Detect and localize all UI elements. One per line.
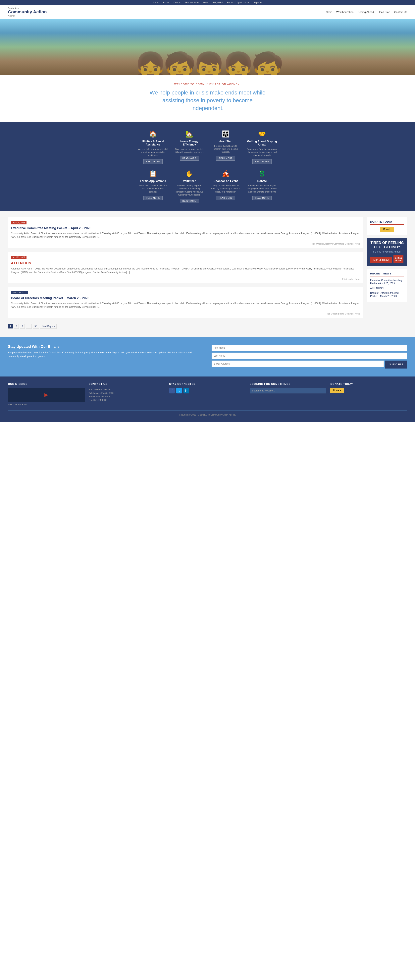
- linkedin-icon[interactable]: in: [183, 388, 189, 393]
- sponsor-read-more[interactable]: READ MORE: [216, 196, 235, 200]
- service-donate: 💲 Donate Sometimes it is easier to just …: [247, 170, 277, 204]
- email-signup-desc: Keep up with the latest news from the Ca…: [8, 351, 204, 358]
- forms-title: Forms/Applications: [138, 180, 169, 183]
- page-2[interactable]: 2: [14, 324, 19, 329]
- service-getting-ahead: 🤝 Getting Ahead Staying Ahead Break away…: [247, 130, 277, 164]
- footer-search-input[interactable]: [250, 388, 326, 393]
- recent-news-link-3[interactable]: Board of Directors Meeting Packet – Marc…: [370, 291, 399, 298]
- sponsor-title: Sponsor An Event: [211, 180, 241, 183]
- service-forms: 📋 Forms/Applications Need help? Want to …: [138, 170, 169, 204]
- news-date-badge-2: April 11, 2023: [11, 256, 27, 259]
- donate-read-more[interactable]: READ MORE: [253, 196, 272, 200]
- head-start-title: Head Start: [211, 140, 241, 143]
- ga-signup-button[interactable]: Sign up today!: [370, 257, 392, 263]
- sponsor-icon: 🎪: [211, 170, 241, 177]
- top-link-espanol[interactable]: Español: [253, 1, 262, 4]
- news-item-2: April 11, 2023 ATTENTION Attention As of…: [8, 252, 363, 283]
- footer-video-thumbnail[interactable]: ▶: [8, 388, 85, 402]
- volunteer-desc: Whether reading to pre-K students or men…: [174, 184, 205, 197]
- footer-grid: OUR MISSION ▶ Welcome to Capital... CONT…: [8, 382, 407, 406]
- head-start-icon: 👨‍👩‍👧: [211, 130, 241, 138]
- head-start-read-more[interactable]: READ MORE: [216, 156, 235, 161]
- ga-line3: It's time for Getting Ahead!: [370, 250, 404, 253]
- news-excerpt-3: Community Action Board of Directors meet…: [11, 302, 360, 309]
- nav-link-getting-ahead[interactable]: Getting Ahead: [358, 11, 374, 14]
- subscribe-button[interactable]: SUBSCRIBE: [385, 361, 407, 369]
- top-link-board[interactable]: Board: [163, 1, 170, 4]
- utilities-icon: 🏠: [138, 130, 169, 138]
- top-link-news[interactable]: News: [203, 1, 208, 4]
- volunteer-read-more[interactable]: READ MORE: [180, 199, 199, 203]
- getting-ahead-read-more[interactable]: READ MORE: [253, 159, 272, 164]
- nav-link-head-start[interactable]: Head Start: [378, 11, 390, 14]
- news-excerpt-1: Community Action Board of Directors meet…: [11, 232, 360, 239]
- play-icon: ▶: [45, 392, 48, 398]
- top-bar: About Board Donate Get Involved News RFQ…: [0, 0, 415, 5]
- top-link-rfq[interactable]: RFQ/RFP: [213, 1, 223, 4]
- getting-ahead-icon: 🤝: [247, 130, 277, 138]
- news-sidebar: DONATE TODAY Donate TIRED OF FEELING LEF…: [367, 217, 407, 331]
- footer-search: LOOKING FOR SOMETHING?: [250, 382, 326, 406]
- email-signup-section: Stay Updated With Our Emails Keep up wit…: [0, 337, 415, 377]
- recent-news-link-1[interactable]: Executive Committee Meeting Packet – Apr…: [370, 279, 402, 285]
- recent-news-link-2[interactable]: ATTENTION: [370, 287, 383, 290]
- home-energy-title: Home Energy Efficiency: [174, 140, 205, 146]
- attention-title: ATTENTION: [11, 261, 360, 265]
- news-title-1[interactable]: Executive Committee Meeting Packet – Apr…: [11, 226, 360, 230]
- footer-contact: CONTACT US 309 Office Plaza Drive Tallah…: [89, 382, 165, 406]
- forms-desc: Need help? Want to work for us? Use thes…: [138, 184, 169, 193]
- page-3[interactable]: 3: [20, 324, 25, 329]
- news-section: April 24, 2023 Executive Committee Meeti…: [0, 211, 415, 337]
- utilities-desc: We can help pay your utility bill or ren…: [138, 148, 169, 157]
- page-next[interactable]: Next Page »: [40, 324, 57, 329]
- nav-link-contact[interactable]: Contact Us: [394, 11, 407, 14]
- sponsor-desc: Help us help those most in need by spons…: [211, 184, 241, 193]
- head-start-desc: Free pre-K child care to children from l…: [211, 145, 241, 154]
- logo[interactable]: Capital Area Community Action Agency: [8, 7, 47, 17]
- news-date-badge-3: March 24, 2023: [11, 291, 28, 294]
- hero-banner: 👧🧒👦👧🧒: [0, 19, 415, 75]
- ga-logo: GettingAhead: [393, 255, 404, 263]
- top-link-donate[interactable]: Donate: [173, 1, 181, 4]
- first-name-field[interactable]: [211, 345, 407, 351]
- email-address-field[interactable]: [211, 361, 384, 367]
- top-link-about[interactable]: About: [153, 1, 159, 4]
- footer-connected-title: STAY CONNECTED: [169, 382, 246, 385]
- services-grid-row1: 🏠 Utilities & Rental Assistance We can h…: [138, 130, 277, 164]
- email-row: SUBSCRIBE: [211, 361, 407, 369]
- service-head-start: 👨‍👩‍👧 Head Start Free pre-K child care t…: [211, 130, 241, 164]
- getting-ahead-desc: Break away from the tyranny of the prese…: [247, 148, 277, 157]
- main-nav-links: Crisis Weatherization Getting Ahead Head…: [326, 11, 407, 14]
- volunteer-icon: ✋: [174, 170, 205, 177]
- forms-read-more[interactable]: READ MORE: [143, 196, 162, 200]
- recent-news-item-1: Executive Committee Meeting Packet – Apr…: [370, 278, 404, 285]
- news-filed-3: Filed Under: Board Meetings, News: [11, 311, 360, 315]
- footer-video-label: Welcome to Capital...: [8, 403, 85, 406]
- pagination: 1 2 3 … 58 Next Page »: [8, 322, 363, 331]
- donate-widget-button[interactable]: Donate: [380, 227, 394, 232]
- footer-donate-title: DONATE TODAY: [330, 382, 407, 385]
- news-item-1: April 24, 2023 Executive Committee Meeti…: [8, 217, 363, 248]
- footer-donate-button[interactable]: Donate: [330, 388, 343, 393]
- getting-ahead-title: Getting Ahead Staying Ahead: [247, 140, 277, 146]
- email-signup-text: Stay Updated With Our Emails Keep up wit…: [8, 345, 204, 358]
- footer-stay-connected: STAY CONNECTED f t in: [169, 382, 246, 406]
- footer-mission: OUR MISSION ▶ Welcome to Capital...: [8, 382, 85, 406]
- top-link-get-involved[interactable]: Get Involved: [185, 1, 199, 4]
- page-1[interactable]: 1: [8, 324, 13, 329]
- news-title-3[interactable]: Board of Directors Meeting Packet – Marc…: [11, 296, 360, 300]
- last-name-field[interactable]: [211, 353, 407, 359]
- page-last[interactable]: 58: [33, 324, 39, 329]
- home-energy-icon: 🏡: [174, 130, 205, 138]
- news-filed-1: Filed Under: Executive Committee Meeting…: [11, 241, 360, 245]
- utilities-read-more[interactable]: READ MORE: [143, 159, 162, 164]
- page-ellipsis: …: [26, 324, 32, 329]
- home-energy-read-more[interactable]: READ MORE: [180, 156, 199, 161]
- nav-link-crisis[interactable]: Crisis: [326, 11, 332, 14]
- hero-children-silhouettes: 👧🧒👦👧🧒: [134, 51, 281, 75]
- twitter-icon[interactable]: t: [176, 388, 182, 393]
- facebook-icon[interactable]: f: [169, 388, 175, 393]
- forms-icon: 📋: [138, 170, 169, 177]
- top-link-forms[interactable]: Forms & Applications: [227, 1, 250, 4]
- nav-link-weatherization[interactable]: Weatherization: [336, 11, 353, 14]
